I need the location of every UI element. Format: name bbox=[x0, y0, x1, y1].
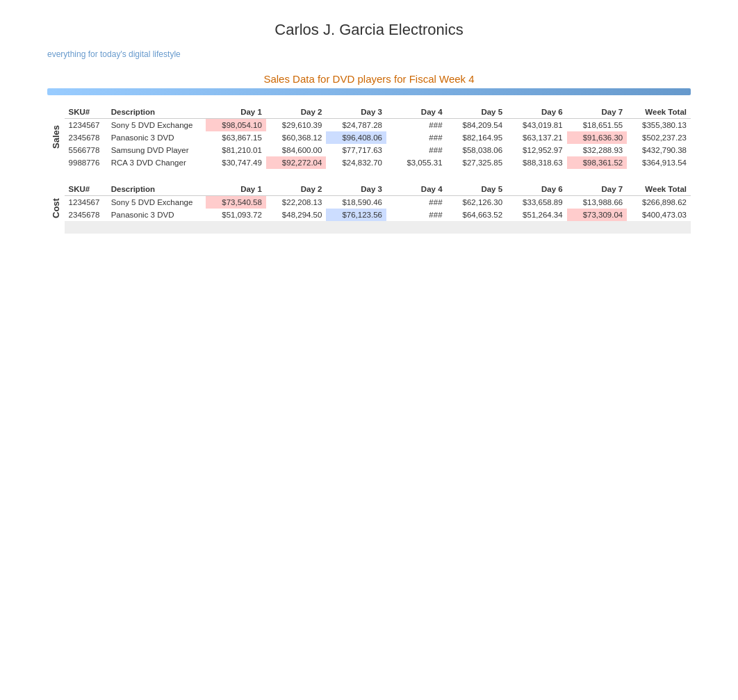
day1-cell bbox=[206, 221, 266, 234]
day5-cell: $82,164.95 bbox=[447, 131, 507, 144]
day1-cell: $98,054.10 bbox=[206, 119, 266, 132]
cost-label: Cost bbox=[47, 183, 65, 234]
day3-cell: $96,408.06 bbox=[326, 131, 386, 144]
col-day4: Day 4 bbox=[386, 106, 447, 119]
day7-cell: $91,636.30 bbox=[567, 131, 628, 144]
cost-section: Cost SKU# Description Day 1 Day 2 Day 3 … bbox=[47, 183, 691, 234]
company-name: Carlos J. Garcia Electronics bbox=[0, 21, 738, 39]
sku-cell: 2345678 bbox=[65, 131, 107, 144]
day1-cell: $73,540.58 bbox=[206, 196, 266, 209]
col-desc: Description bbox=[107, 183, 206, 196]
sku-cell: 5566778 bbox=[65, 144, 107, 156]
week-total-cell: $355,380.13 bbox=[627, 119, 691, 132]
table-row: 9988776 RCA 3 DVD Changer $30,747.49 $92… bbox=[65, 156, 691, 169]
col-day3: Day 3 bbox=[326, 183, 386, 196]
day2-cell: $48,294.50 bbox=[266, 209, 327, 221]
day6-cell: $43,019.81 bbox=[507, 119, 567, 132]
desc-cell bbox=[107, 221, 206, 234]
col-day7: Day 7 bbox=[567, 106, 628, 119]
day7-cell: $98,361.52 bbox=[567, 156, 628, 169]
day5-cell: $84,209.54 bbox=[447, 119, 507, 132]
day1-cell: $81,210.01 bbox=[206, 144, 266, 156]
col-week-total: Week Total bbox=[627, 183, 691, 196]
day2-cell: $29,610.39 bbox=[266, 119, 327, 132]
day7-cell: $13,988.66 bbox=[567, 196, 628, 209]
day6-cell bbox=[507, 221, 567, 234]
day2-cell: $84,600.00 bbox=[266, 144, 327, 156]
desc-cell: Panasonic 3 DVD bbox=[107, 131, 206, 144]
week-total-cell: $502,237.23 bbox=[627, 131, 691, 144]
day7-cell bbox=[567, 221, 628, 234]
day4-cell: ### bbox=[386, 131, 447, 144]
header: Carlos J. Garcia Electronics bbox=[0, 0, 738, 46]
day3-cell: $77,717.63 bbox=[326, 144, 386, 156]
cost-table: SKU# Description Day 1 Day 2 Day 3 Day 4… bbox=[65, 183, 691, 234]
day3-cell: $76,123.56 bbox=[326, 209, 386, 221]
col-day6: Day 6 bbox=[507, 106, 567, 119]
day1-cell: $51,093.72 bbox=[206, 209, 266, 221]
col-day2: Day 2 bbox=[266, 183, 327, 196]
week-total-cell: $400,473.03 bbox=[627, 209, 691, 221]
col-day6: Day 6 bbox=[507, 183, 567, 196]
day4-cell bbox=[386, 221, 447, 234]
day3-cell: $18,590.46 bbox=[326, 196, 386, 209]
sku-cell bbox=[65, 221, 107, 234]
desc-cell: Samsung DVD Player bbox=[107, 144, 206, 156]
day2-cell bbox=[266, 221, 327, 234]
day4-cell: ### bbox=[386, 144, 447, 156]
col-day1: Day 1 bbox=[206, 183, 266, 196]
decorative-bar bbox=[47, 88, 691, 95]
col-day3: Day 3 bbox=[326, 106, 386, 119]
day5-cell: $64,663.52 bbox=[447, 209, 507, 221]
cost-header-row: SKU# Description Day 1 Day 2 Day 3 Day 4… bbox=[65, 183, 691, 196]
day5-cell bbox=[447, 221, 507, 234]
day6-cell: $63,137.21 bbox=[507, 131, 567, 144]
day3-cell: $24,787.28 bbox=[326, 119, 386, 132]
day3-cell: $24,832.70 bbox=[326, 156, 386, 169]
col-day4: Day 4 bbox=[386, 183, 447, 196]
week-total-cell: $266,898.62 bbox=[627, 196, 691, 209]
sales-header-row: SKU# Description Day 1 Day 2 Day 3 Day 4… bbox=[65, 106, 691, 119]
table-row: 5566778 Samsung DVD Player $81,210.01 $8… bbox=[65, 144, 691, 156]
col-day1: Day 1 bbox=[206, 106, 266, 119]
sku-cell: 1234567 bbox=[65, 119, 107, 132]
day4-cell: ### bbox=[386, 196, 447, 209]
col-day7: Day 7 bbox=[567, 183, 628, 196]
desc-cell: RCA 3 DVD Changer bbox=[107, 156, 206, 169]
desc-cell: Panasonic 3 DVD bbox=[107, 209, 206, 221]
report-title: Sales Data for DVD players for Fiscal We… bbox=[0, 73, 738, 85]
tagline: everything for today's digital lifestyle bbox=[0, 49, 738, 59]
day6-cell: $51,264.34 bbox=[507, 209, 567, 221]
desc-cell: Sony 5 DVD Exchange bbox=[107, 196, 206, 209]
table-row: 2345678 Panasonic 3 DVD $63,867.15 $60,3… bbox=[65, 131, 691, 144]
day1-cell: $63,867.15 bbox=[206, 131, 266, 144]
col-desc: Description bbox=[107, 106, 206, 119]
table-row bbox=[65, 221, 691, 234]
day5-cell: $58,038.06 bbox=[447, 144, 507, 156]
day4-cell: ### bbox=[386, 119, 447, 132]
table-row: 1234567 Sony 5 DVD Exchange $73,540.58 $… bbox=[65, 196, 691, 209]
day7-cell: $73,309.04 bbox=[567, 209, 628, 221]
col-day2: Day 2 bbox=[266, 106, 327, 119]
col-week-total: Week Total bbox=[627, 106, 691, 119]
day6-cell: $88,318.63 bbox=[507, 156, 567, 169]
week-total-cell: $432,790.38 bbox=[627, 144, 691, 156]
col-day5: Day 5 bbox=[447, 106, 507, 119]
day7-cell: $32,288.93 bbox=[567, 144, 628, 156]
week-total-cell: $364,913.54 bbox=[627, 156, 691, 169]
sales-table: SKU# Description Day 1 Day 2 Day 3 Day 4… bbox=[65, 106, 691, 169]
day2-cell: $22,208.13 bbox=[266, 196, 327, 209]
sku-cell: 1234567 bbox=[65, 196, 107, 209]
day4-cell: $3,055.31 bbox=[386, 156, 447, 169]
col-day5: Day 5 bbox=[447, 183, 507, 196]
sales-section: Sales SKU# Description Day 1 Day 2 Day 3… bbox=[47, 106, 691, 169]
table-row: 2345678 Panasonic 3 DVD $51,093.72 $48,2… bbox=[65, 209, 691, 221]
day6-cell: $33,658.89 bbox=[507, 196, 567, 209]
sales-label: Sales bbox=[47, 106, 65, 169]
day2-cell: $60,368.12 bbox=[266, 131, 327, 144]
week-total-cell bbox=[627, 221, 691, 234]
day5-cell: $62,126.30 bbox=[447, 196, 507, 209]
day2-cell: $92,272.04 bbox=[266, 156, 327, 169]
day1-cell: $30,747.49 bbox=[206, 156, 266, 169]
day4-cell: ### bbox=[386, 209, 447, 221]
